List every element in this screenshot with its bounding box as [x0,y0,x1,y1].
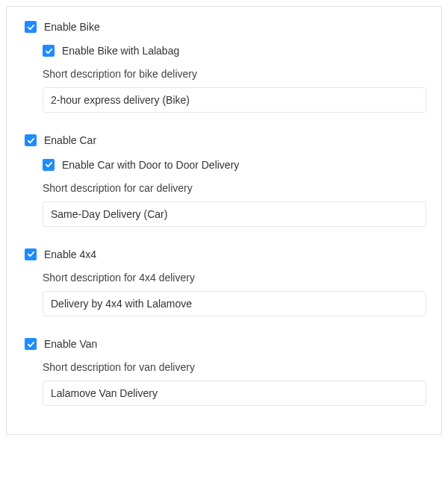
bike-section: Enable Bike Enable Bike with Lalabag Sho… [25,20,426,113]
enable-bike-lalabag-label: Enable Bike with Lalabag [62,44,179,57]
car-enable-row: Enable Car [25,134,426,147]
enable-van-checkbox[interactable] [25,338,37,350]
enable-bike-label: Enable Bike [44,20,100,34]
enable-van-label: Enable Van [44,337,97,351]
bike-enable-row: Enable Bike [25,20,426,34]
enable-bike-lalabag-checkbox[interactable] [43,45,55,57]
car-desc-label: Short description for car delivery [43,182,426,194]
enable-car-checkbox[interactable] [25,134,37,146]
bike-desc-input[interactable] [43,87,426,113]
van-desc-label: Short description for van delivery [43,361,426,373]
car-door-row: Enable Car with Door to Door Delivery [43,158,426,172]
car-desc-input[interactable] [43,201,426,227]
enable-4x4-checkbox[interactable] [25,248,37,260]
fourx4-enable-row: Enable 4x4 [25,248,426,261]
enable-car-label: Enable Car [44,134,96,147]
checkmark-icon [27,250,35,258]
checkmark-icon [27,340,35,348]
checkmark-icon [45,160,53,169]
van-section: Enable Van Short description for van del… [25,337,426,406]
fourx4-section: Enable 4x4 Short description for 4x4 del… [25,248,426,316]
enable-4x4-label: Enable 4x4 [44,248,96,261]
checkmark-icon [27,137,35,145]
settings-panel: Enable Bike Enable Bike with Lalabag Sho… [6,6,442,435]
checkmark-icon [27,23,35,31]
checkmark-icon [45,47,53,55]
enable-car-door-label: Enable Car with Door to Door Delivery [62,158,239,172]
fourx4-desc-label: Short description for 4x4 delivery [43,272,426,284]
van-desc-input[interactable] [43,381,426,406]
enable-bike-checkbox[interactable] [25,21,37,33]
car-section: Enable Car Enable Car with Door to Door … [25,134,426,226]
bike-desc-label: Short description for bike delivery [43,68,426,80]
fourx4-desc-input[interactable] [43,291,426,316]
enable-car-door-checkbox[interactable] [43,159,55,171]
bike-lalabag-row: Enable Bike with Lalabag [43,44,426,57]
van-enable-row: Enable Van [25,337,426,351]
